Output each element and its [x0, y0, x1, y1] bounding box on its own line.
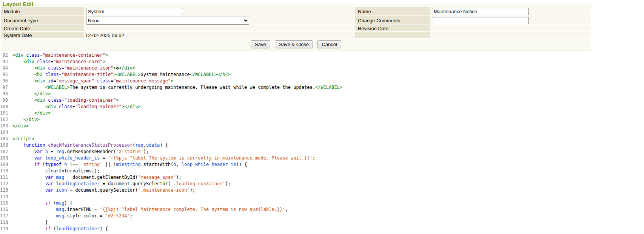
form-actions: Save Save & Close Cancel	[1, 39, 591, 51]
empty-label-cell	[355, 32, 430, 39]
code-line-content: if (msg) {	[10, 200, 72, 207]
code-line-content: if (typeof h !== 'string' || !miestring.…	[10, 162, 247, 168]
code-line: 96 <div id="message_span" class="mainten…	[0, 78, 644, 85]
name-label: Name	[355, 7, 430, 16]
line-number: 117	[0, 213, 10, 220]
code-line-content: var msg = document.getElementById('messa…	[10, 175, 182, 181]
line-number: 97	[0, 85, 10, 91]
code-line: 115 if (msg) {	[0, 200, 644, 207]
code-line-content: <WCLABEL>The system is currently undergo…	[10, 85, 342, 91]
code-line-content: <div class="loading-spinner"></div>	[10, 104, 141, 110]
create-date-value	[84, 25, 355, 32]
revision-date-label: Revision Date	[355, 25, 430, 32]
line-number: 103	[0, 123, 10, 130]
line-number: 110	[0, 168, 10, 175]
create-date-label: Create Date	[1, 25, 84, 32]
code-line-content: clearInterval(cmsi);	[10, 168, 100, 175]
code-line: 111 var msg = document.getElementById('m…	[0, 175, 644, 181]
line-number: 118	[0, 220, 10, 226]
line-number: 102	[0, 117, 10, 123]
code-line: 110 clearInterval(cmsi);	[0, 168, 644, 175]
code-line: 102 </div>	[0, 117, 644, 123]
code-line-content: <div class="maintenance-card">	[10, 59, 105, 65]
code-line-content: </div>	[10, 123, 29, 130]
code-line-content: var h = req.getResponseHeader('X-status'…	[10, 149, 149, 155]
save-button[interactable]: Save	[251, 40, 270, 48]
code-line: 94 <div class="maintenance-icon">⚙</div>	[0, 65, 644, 72]
line-number: 98	[0, 91, 10, 98]
code-line-content: msg.style.color = '#2c5234';	[10, 213, 132, 220]
line-number: 116	[0, 207, 10, 213]
line-number: 112	[0, 181, 10, 188]
code-line-content: if (loadingContainer) {	[10, 226, 108, 232]
code-line-content: }	[10, 220, 48, 226]
code-line: 106 function checkMaintenanceStatusProce…	[0, 143, 644, 149]
change-comments-label: Change Comments	[355, 16, 430, 25]
system-date-value: 12-02-2025 06:02	[84, 32, 355, 39]
module-label: Module	[1, 7, 84, 16]
code-line: 104	[0, 130, 644, 136]
code-line: 105<script>	[0, 136, 644, 143]
code-line-content: </div>	[10, 91, 51, 98]
page-title: Layout Edit	[2, 1, 36, 7]
code-line-content	[10, 130, 12, 136]
line-number: 95	[0, 72, 10, 78]
line-number: 101	[0, 110, 10, 117]
module-input[interactable]	[86, 8, 183, 15]
code-line-content	[10, 194, 12, 200]
line-number: 108	[0, 155, 10, 162]
code-line-content: </div>	[10, 110, 51, 117]
code-line: 114	[0, 194, 644, 200]
code-line: 95 <h2 class="maintenance-title"><WCLABE…	[0, 72, 644, 78]
change-comments-input[interactable]	[432, 17, 529, 24]
code-line: 113 var icon = document.querySelector('.…	[0, 188, 644, 194]
revision-date-value	[430, 25, 591, 32]
line-number: 100	[0, 104, 10, 110]
line-number: 105	[0, 136, 10, 143]
code-line: 109 if (typeof h !== 'string' || !miestr…	[0, 162, 644, 168]
code-line-content: <div id="message_span" class="maintenanc…	[10, 78, 173, 85]
cancel-button[interactable]: Cancel	[317, 40, 341, 48]
save-and-close-button[interactable]: Save & Close	[275, 40, 313, 48]
line-number: 113	[0, 188, 10, 194]
system-date-label: System Date	[1, 32, 84, 39]
line-number: 114	[0, 194, 10, 200]
code-line: 107 var h = req.getResponseHeader('X-sta…	[0, 149, 644, 155]
code-line: 101 </div>	[0, 110, 644, 117]
code-line: 97 <WCLABEL>The system is currently unde…	[0, 85, 644, 91]
code-line-content: <script>	[10, 136, 34, 143]
line-number: 109	[0, 162, 10, 168]
code-line: 103</div>	[0, 123, 644, 130]
code-line: 116 msg.innerHTML = '{{%pjs ^label Maint…	[0, 207, 644, 213]
line-number: 99	[0, 98, 10, 104]
code-line: 98 </div>	[0, 91, 644, 98]
code-line-content: function checkMaintenanceStatusProcessor…	[10, 143, 168, 149]
document-type-select[interactable]: None	[86, 17, 249, 25]
code-line-content: var loadingContainer = document.querySel…	[10, 181, 231, 188]
line-number: 92	[0, 53, 10, 59]
line-number: 106	[0, 143, 10, 149]
empty-value-cell	[430, 32, 591, 39]
line-number: 104	[0, 130, 10, 136]
code-line: 119 if (loadingContainer) {	[0, 226, 644, 232]
line-number: 115	[0, 200, 10, 207]
code-line: 118 }	[0, 220, 644, 226]
code-line: 92<div class="maintenance-container">	[0, 53, 644, 59]
layout-edit-form: Module Name Document Type None Change Co…	[1, 7, 591, 39]
code-line: 117 msg.style.color = '#2c5234';	[0, 213, 644, 220]
line-number: 94	[0, 65, 10, 72]
code-line-content: <div class="loading-container">	[10, 98, 119, 104]
layout-edit-panel: Layout Edit Module Name Document Type No…	[1, 1, 591, 51]
line-number: 96	[0, 78, 10, 85]
code-line-content: <div class="maintenance-icon">⚙</div>	[10, 65, 135, 72]
code-line-content: var icon = document.querySelector('.main…	[10, 188, 195, 194]
line-number: 119	[0, 226, 10, 232]
code-line: 100 <div class="loading-spinner"></div>	[0, 104, 644, 110]
name-input[interactable]	[432, 8, 529, 15]
code-line: 108 var loop_while_header_is = '{{%pjs ^…	[0, 155, 644, 162]
line-number: 111	[0, 175, 10, 181]
code-line: 112 var loadingContainer = document.quer…	[0, 181, 644, 188]
code-editor[interactable]: 92<div class="maintenance-container">93 …	[0, 51, 644, 233]
code-line-content: <h2 class="maintenance-title"><WCLABEL>S…	[10, 72, 231, 78]
document-type-label: Document Type	[1, 16, 84, 25]
